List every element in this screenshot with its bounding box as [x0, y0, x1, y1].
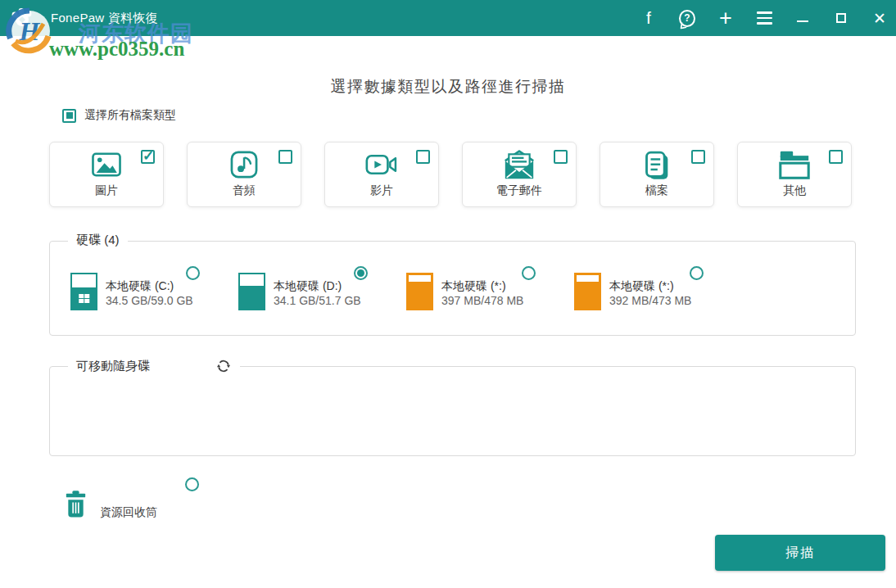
removable-legend-text: 可移動隨身碟	[76, 359, 150, 374]
help-question-glyph: ?	[679, 10, 695, 27]
pc0359-watermark-logo-icon: H	[6, 7, 53, 58]
card-label: 影片	[325, 183, 438, 198]
hard-drive-icon	[406, 273, 433, 310]
drive-star-1[interactable]: 本地硬碟 (*:) 397 MB/478 MB	[406, 273, 574, 310]
email-checkbox[interactable]	[554, 150, 568, 164]
plus-icon[interactable]: +	[717, 8, 734, 28]
drive-name: 本地硬碟 (*:)	[441, 278, 523, 293]
select-all-file-types[interactable]: 選擇所有檔案類型	[62, 108, 896, 123]
refresh-icon[interactable]	[215, 358, 232, 374]
drive-star-2-radio[interactable]	[690, 266, 704, 280]
audio-checkbox[interactable]	[278, 150, 292, 164]
file-type-cards: 圖片 音頻 影片	[49, 142, 896, 207]
documents-checkbox[interactable]	[691, 150, 705, 164]
card-video[interactable]: 影片	[324, 142, 439, 207]
card-label: 圖片	[50, 183, 163, 198]
other-checkbox[interactable]	[829, 150, 843, 164]
facebook-icon[interactable]: f	[640, 8, 657, 28]
drive-star-1-radio[interactable]	[522, 266, 536, 280]
document-icon	[640, 149, 673, 185]
drive-c-radio[interactable]	[186, 266, 200, 280]
card-documents[interactable]: 檔案	[600, 142, 714, 207]
removable-section-legend: 可移動隨身碟	[68, 358, 240, 374]
card-images[interactable]: 圖片	[49, 142, 164, 207]
drive-star-2[interactable]: 本地硬碟 (*:) 392 MB/473 MB	[574, 273, 742, 310]
select-all-checkbox[interactable]	[62, 109, 76, 123]
hamburger-bars	[757, 11, 772, 25]
video-checkbox[interactable]	[416, 150, 430, 164]
card-label: 其他	[738, 183, 851, 198]
hdd-section-legend: 硬碟 (4)	[68, 233, 128, 248]
drive-name: 本地硬碟 (D:)	[274, 278, 361, 293]
close-button[interactable]: ✕	[871, 8, 888, 28]
windows-logo-icon	[79, 294, 90, 304]
drive-c[interactable]: 本地硬碟 (C:) 34.5 GB/59.0 GB	[70, 273, 238, 310]
card-email[interactable]: 電子郵件	[462, 142, 577, 207]
drive-capacity: 34.1 GB/51.7 GB	[274, 293, 361, 309]
recycle-bin-radio[interactable]	[185, 477, 199, 491]
scan-button[interactable]: 掃描	[715, 535, 885, 571]
maximize-button[interactable]	[833, 8, 849, 28]
folder-icon	[776, 149, 812, 183]
hdd-drive-list: 本地硬碟 (C:) 34.5 GB/59.0 GB 本地硬碟 (D:) 34.1…	[50, 242, 855, 310]
card-audio[interactable]: 音頻	[187, 142, 301, 207]
hdd-section: 硬碟 (4) 本地硬碟 (C:) 34.5 GB/59.0 GB 本地硬碟 (D…	[49, 241, 856, 336]
hard-drive-icon	[238, 273, 265, 310]
card-other[interactable]: 其他	[737, 142, 852, 207]
email-icon	[501, 149, 537, 183]
drive-capacity: 397 MB/478 MB	[441, 293, 523, 309]
drive-name: 本地硬碟 (*:)	[609, 278, 691, 293]
drive-d[interactable]: 本地硬碟 (D:) 34.1 GB/51.7 GB	[238, 273, 406, 310]
hard-drive-icon	[574, 273, 601, 310]
hdd-legend-text: 硬碟 (4)	[76, 233, 120, 248]
watermark-site-url: www.pc0359.cn	[49, 38, 184, 61]
card-label: 電子郵件	[463, 183, 576, 198]
drive-capacity: 392 MB/473 MB	[609, 293, 691, 309]
video-icon	[364, 149, 399, 183]
help-icon[interactable]: ?	[679, 8, 695, 28]
drive-capacity: 34.5 GB/59.0 GB	[106, 293, 193, 309]
removable-section: 可移動隨身碟	[49, 366, 856, 456]
images-checkbox[interactable]	[141, 150, 155, 164]
page-title: 選擇數據類型以及路徑進行掃描	[0, 76, 896, 97]
audio-icon	[229, 149, 260, 183]
card-label: 音頻	[188, 183, 301, 198]
card-label: 檔案	[600, 183, 713, 198]
trash-icon	[66, 491, 86, 522]
menu-icon[interactable]	[756, 8, 772, 28]
image-icon	[90, 149, 123, 183]
drive-name: 本地硬碟 (C:)	[106, 278, 193, 293]
select-all-label: 選擇所有檔案類型	[84, 108, 176, 123]
hard-drive-icon	[70, 273, 97, 310]
drive-d-radio[interactable]	[354, 266, 368, 280]
recycle-bin-label: 資源回收筒	[100, 505, 157, 520]
minimize-button[interactable]	[794, 8, 811, 28]
